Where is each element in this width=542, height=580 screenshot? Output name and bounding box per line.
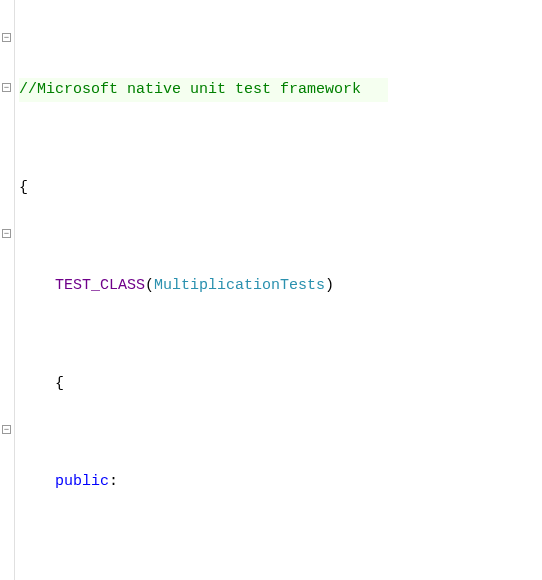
brace: { [19,179,28,196]
fold-toggle[interactable]: − [2,229,11,238]
fold-toggle[interactable]: − [2,425,11,434]
paren: ) [325,277,334,294]
code-line[interactable]: public: [19,470,388,495]
folding-gutter: − − − − [0,0,15,580]
keyword-public: public [55,473,109,490]
colon: : [109,473,118,490]
fold-toggle[interactable]: − [2,33,11,42]
comment-text: //Microsoft native unit test framework [19,81,361,98]
indent [19,375,55,392]
fold-toggle[interactable]: − [2,83,11,92]
code-line[interactable]: TEST_CLASS(MultiplicationTests) [19,274,388,299]
indent [19,473,55,490]
code-line[interactable]: { [19,176,388,201]
indent [19,277,55,294]
code-line[interactable]: //Microsoft native unit test framework [19,78,388,103]
code-area[interactable]: //Microsoft native unit test framework {… [15,0,388,580]
brace: { [55,375,64,392]
code-editor[interactable]: − − − − //Microsoft native unit test fra… [0,0,542,580]
blank-line[interactable] [19,568,388,581]
paren: ( [145,277,154,294]
macro-identifier: TEST_CLASS [55,277,145,294]
code-line[interactable]: { [19,372,388,397]
class-name: MultiplicationTests [154,277,325,294]
